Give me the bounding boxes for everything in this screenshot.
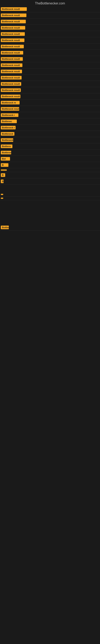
bottleneck-badge: Bottleneck result [1,82,21,86]
list-item: Bottleneck result [0,18,100,25]
bottleneck-badge: Bottleneck result [1,107,19,111]
bottleneck-badge: Bottleneck result [1,45,24,48]
bottleneck-badge: Bott [1,180,3,183]
list-item: Bottlens [0,143,100,150]
bottleneck-badge: Bottleneck result [1,94,20,98]
bottleneck-badge: Bottleneck result [1,88,21,92]
list-item: Bottleneck result [0,50,100,56]
bottleneck-badge: Bottleneck [1,151,11,154]
list-item: B [0,172,100,178]
list-item: Bottleneck r [0,112,100,118]
list-item [0,168,100,172]
list-item [0,192,100,196]
list-item: Bot [0,156,100,162]
list-item: Bottleneck result [0,31,100,37]
bottleneck-badge: Bottleneck result [1,26,25,30]
list-item: Bottleneck [0,150,100,156]
bottleneck-badge: Bottleneck re [1,101,20,104]
bottleneck-badge: Bot [1,157,10,160]
bottleneck-badge: Bottlens [1,144,12,148]
bottleneck-badge: Bottleneck result [1,38,24,42]
bottleneck-badge: Bottleneck result [1,51,23,54]
list-item: Bottleneck result [0,87,100,94]
bottleneck-badge [1,170,7,171]
bottleneck-badge: Bottleneck result [1,32,25,36]
list-item: B [0,162,100,168]
bottleneck-badge [1,198,3,199]
bottleneck-badge: Bottlenec [1,120,17,123]
list-item: Bott [0,178,100,184]
list-item: Bottleneck result [0,44,100,50]
list-item: Bottleneck [0,131,100,137]
list-item: Bottleneck re [0,100,100,106]
bottleneck-badge: Bottleneck result [1,64,22,67]
list-item: Bottleneck result [0,68,100,75]
bottleneck-badge: Bottleneck result [1,226,9,229]
list-item: Bottleneck result [0,56,100,62]
list-item: Bottleneck result [0,75,100,81]
list-item: Bottleneck res [0,137,100,143]
bottleneck-badge: Bottleneck r [1,113,18,117]
bottleneck-badge: B [1,163,8,167]
list-item: Bottleneck r [0,124,100,131]
bottleneck-badge: Bottleneck result [1,20,26,23]
list-item: Bottleneck result [0,25,100,31]
bottleneck-badge [1,194,3,195]
list-item: Bottleneck result [0,106,100,112]
list-item: Bottleneck result [0,6,100,12]
site-title: TheBottlenecker.com [0,0,100,6]
list-item: Bottleneck result [0,12,100,18]
list-item: Bottleneck result [0,81,100,87]
bottleneck-badge: Bottleneck result [1,70,22,73]
list-item: Bottlenec [0,118,100,124]
list-item: Bottleneck result [0,224,100,231]
list-item [0,196,100,200]
bottleneck-badge: Bottleneck result [1,57,23,61]
bottleneck-badge: Bottleneck result [1,7,27,11]
bottleneck-badge: Bottleneck result [1,14,26,17]
list-item: Bottleneck result [0,62,100,68]
list-item: Bottleneck result [0,94,100,100]
bottleneck-badge: Bottleneck r [1,126,16,130]
list-item: Bottleneck result [0,37,100,44]
bottleneck-badge: Bottleneck result [1,76,22,80]
bottleneck-badge: Bottleneck [1,132,14,136]
bottleneck-badge: Bottleneck res [1,138,13,142]
bottleneck-badge: B [1,173,5,177]
